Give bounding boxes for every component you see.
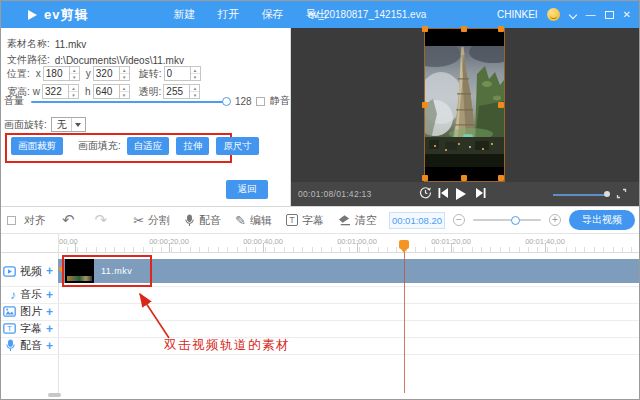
menu-save[interactable]: 保存: [261, 7, 283, 22]
x-spinner[interactable]: ▲▼: [69, 67, 79, 80]
add-voice-button[interactable]: +: [46, 339, 53, 353]
dropdown-arrow-icon: [71, 118, 85, 131]
add-subtitle-button[interactable]: +: [46, 322, 53, 336]
y-input[interactable]: [94, 67, 119, 80]
add-image-button[interactable]: +: [46, 305, 53, 319]
volume-slider-handle[interactable]: [222, 97, 231, 106]
timeline-ruler[interactable]: 00,00 00:00:20,00 00:00:40,00 00:01:00,0…: [1, 234, 640, 253]
zoom-in-icon[interactable]: +: [549, 214, 561, 226]
timeline-zoom-slider[interactable]: [473, 219, 541, 221]
toolbar-right: 00:01:08.20 − + 导出视频: [389, 210, 635, 230]
position-row: 位置: x ▲▼ y ▲▼ 旋转: ▲▼: [7, 66, 203, 81]
horizontal-scrollbar-thumb[interactable]: [48, 393, 61, 397]
edit-toolbar: 对齐 ↶ ↷ ✂ 分割 配音 ✎ 编辑 T 字幕: [1, 206, 640, 234]
ruler-label-0: 00,00: [59, 237, 78, 246]
selection-handle-mid-right[interactable]: [498, 102, 504, 108]
volume-row: 音量 128 静音: [4, 93, 288, 109]
microphone-icon: [184, 214, 195, 227]
current-time-box[interactable]: 00:01:08.20: [389, 212, 445, 229]
menu-open[interactable]: 打开: [217, 7, 239, 22]
subtitle-tool[interactable]: T 字幕: [286, 213, 324, 228]
titlebar: ev剪辑 新建 打开 保存 导出 ev_20180817_142151.eva …: [1, 1, 639, 28]
track-voice-label: 配音: [20, 338, 42, 353]
edit-tool[interactable]: ✎ 编辑: [235, 213, 272, 228]
tower-scene: [425, 46, 504, 167]
play-logo-icon: [28, 10, 37, 20]
screen-rotation-dropdown[interactable]: 无: [51, 117, 86, 132]
redo-icon[interactable]: ↷: [95, 211, 108, 229]
fill-original-button[interactable]: 原尺寸: [216, 137, 259, 155]
undo-icon[interactable]: ↶: [62, 211, 75, 229]
menu-new[interactable]: 新建: [173, 7, 195, 22]
track-voice[interactable]: 配音 +: [1, 337, 58, 354]
ruler-label-4: 00:01:20,00: [431, 237, 471, 246]
screen-rotation-row: 画面旋转: 无: [4, 117, 86, 132]
track-video[interactable]: 视频 +: [1, 259, 58, 283]
y-spinner[interactable]: ▲▼: [119, 67, 129, 80]
track-image[interactable]: 图片 +: [1, 303, 58, 320]
selection-handle-mid-left[interactable]: [422, 102, 428, 108]
selection-handle-bottom-right[interactable]: [498, 175, 504, 181]
align-checkbox[interactable]: [7, 216, 16, 225]
playhead-marker[interactable]: [399, 240, 409, 249]
avatar[interactable]: [547, 8, 560, 21]
fill-adaptive-button[interactable]: 自适应: [127, 137, 170, 155]
track-video-label: 视频: [20, 264, 42, 279]
zoom-out-icon[interactable]: −: [453, 214, 465, 226]
minimize-button[interactable]: —: [586, 10, 596, 20]
rotate-input[interactable]: [165, 67, 190, 80]
y-label: y: [86, 68, 91, 79]
rotate-spinner[interactable]: ▲▼: [190, 67, 200, 80]
mute-checkbox[interactable]: [256, 97, 265, 106]
close-button[interactable]: ✕: [623, 10, 631, 20]
export-video-button[interactable]: 导出视频: [569, 210, 635, 230]
play-button[interactable]: [456, 188, 466, 200]
annotation-arrow: [129, 284, 177, 344]
chevron-down-icon[interactable]: [569, 11, 577, 19]
selection-handle-top-left[interactable]: [422, 26, 428, 32]
fullscreen-icon[interactable]: [616, 185, 627, 203]
edit-label: 编辑: [250, 213, 272, 228]
screen-rotation-label: 画面旋转:: [4, 118, 47, 132]
clear-label: 清空: [355, 213, 377, 228]
clear-tool[interactable]: 清空: [338, 213, 377, 228]
restart-icon[interactable]: [419, 185, 432, 203]
video-frame[interactable]: [425, 29, 504, 181]
image-track-icon: [3, 306, 16, 317]
ruler-minor-ticks: [58, 247, 640, 252]
add-music-button[interactable]: +: [46, 288, 53, 302]
previous-frame-icon[interactable]: [437, 185, 449, 203]
music-note-icon: ♪: [10, 288, 16, 302]
material-name-row: 素材名称: 11.mkv: [7, 37, 86, 51]
x-input[interactable]: [44, 67, 69, 80]
username[interactable]: CHINKEI: [497, 9, 538, 20]
maximize-button[interactable]: [605, 11, 614, 19]
material-name-label: 素材名称:: [7, 37, 50, 51]
track-label-divider: [58, 234, 59, 393]
ruler-label-5: 00:01:40,00: [525, 237, 565, 246]
preview-volume-handle[interactable]: [604, 191, 610, 197]
volume-slider[interactable]: [31, 101, 227, 103]
playback-timestamp: 00:01:08/01:42:13: [298, 189, 372, 199]
split-label: 分割: [148, 213, 170, 228]
dub-tool[interactable]: 配音: [184, 213, 221, 228]
track-subtitle[interactable]: T 字幕 +: [1, 320, 58, 337]
selection-handle-top-right[interactable]: [498, 26, 504, 32]
back-button[interactable]: 返回: [226, 180, 268, 199]
next-frame-icon[interactable]: [475, 185, 487, 203]
fill-stretch-button[interactable]: 拉伸: [176, 137, 209, 155]
crop-button[interactable]: 画面裁剪: [11, 137, 63, 155]
file-path-value: d:\Documents\Videos\11.mkv: [55, 55, 184, 66]
x-label: x: [36, 68, 41, 79]
selection-handle-top-mid[interactable]: [461, 26, 467, 32]
timeline-zoom-handle[interactable]: [511, 216, 520, 225]
selection-handle-bottom-left[interactable]: [422, 175, 428, 181]
app-name: ev剪辑: [44, 6, 88, 24]
y-spinbox: ▲▼: [93, 66, 130, 81]
split-tool[interactable]: ✂ 分割: [133, 213, 170, 228]
preview-volume-slider[interactable]: [553, 194, 607, 196]
track-image-label: 图片: [20, 304, 42, 319]
add-video-button[interactable]: +: [46, 264, 53, 278]
track-music[interactable]: ♪ 音乐 +: [1, 286, 58, 303]
selection-handle-bottom-mid[interactable]: [461, 175, 467, 181]
